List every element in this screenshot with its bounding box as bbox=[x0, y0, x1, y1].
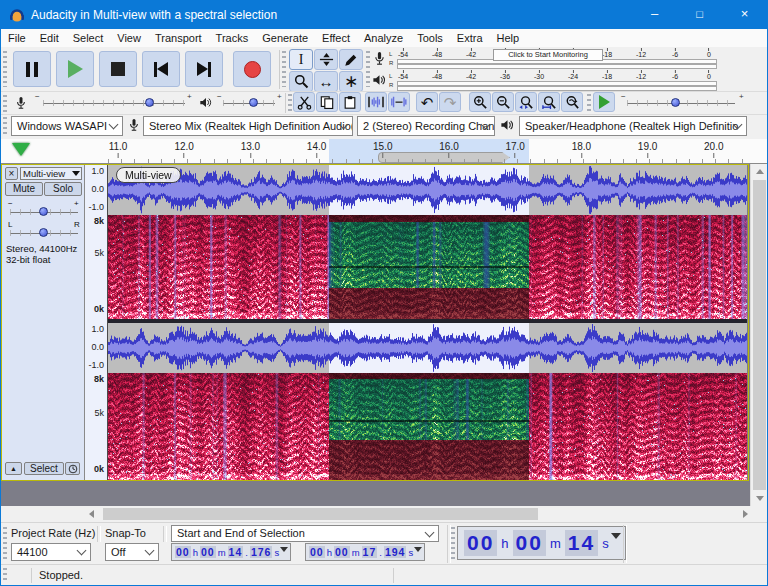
tools-toolbar-grip[interactable] bbox=[282, 51, 286, 87]
track-name-badge[interactable]: Multi-view bbox=[116, 167, 181, 183]
audio-host-select[interactable]: Windows WASAPI bbox=[11, 116, 123, 136]
spectrogram-left-channel[interactable] bbox=[108, 215, 747, 319]
scroll-left-arrow-icon[interactable] bbox=[89, 510, 94, 518]
zoom-in-button[interactable] bbox=[469, 92, 491, 112]
maximize-button[interactable]: □ bbox=[677, 1, 722, 29]
play-button[interactable] bbox=[56, 51, 94, 87]
silence-audio-button[interactable] bbox=[388, 92, 410, 112]
time-digits[interactable]: 14 bbox=[565, 530, 598, 556]
time-digits[interactable]: 17 bbox=[362, 546, 378, 558]
transport-toolbar-grip[interactable] bbox=[3, 51, 7, 87]
sync-lock-clock-button[interactable] bbox=[65, 462, 80, 475]
mixer-toolbar-grip[interactable] bbox=[3, 95, 7, 113]
playback-volume-thumb[interactable] bbox=[249, 98, 258, 107]
title-bar[interactable]: Audacity in Multi-view with a spectral s… bbox=[1, 1, 767, 29]
selection-end-time-field[interactable]: 00h00m17.194s bbox=[305, 543, 425, 561]
waveform-right-channel[interactable] bbox=[108, 323, 747, 373]
horizontal-scroll-thumb[interactable] bbox=[103, 508, 538, 520]
recording-meter[interactable]: L R -54-48-42-36-30-24-18-12-60 Click to… bbox=[371, 48, 747, 69]
vertical-scrollbar[interactable] bbox=[750, 164, 768, 506]
gain-thumb[interactable] bbox=[39, 207, 48, 216]
record-volume-slider[interactable] bbox=[43, 98, 185, 108]
zoom-out-button[interactable] bbox=[492, 92, 514, 112]
collapse-track-button[interactable]: ▲ bbox=[5, 462, 22, 475]
fit-project-button[interactable] bbox=[538, 92, 560, 112]
time-digits[interactable]: 194 bbox=[384, 546, 407, 558]
record-volume-thumb[interactable] bbox=[145, 98, 154, 107]
time-shift-tool-button[interactable]: ↔ bbox=[314, 71, 338, 92]
menu-view[interactable]: View bbox=[110, 29, 148, 47]
vertical-scale-ruler[interactable]: 1.0 0.0 -1.0 8k 5k 0k 1.0 0.0 -1.0 8k 5k… bbox=[85, 165, 108, 480]
timeline-scale[interactable]: 11.012.013.014.015.016.017.018.019.020.0 bbox=[108, 139, 747, 163]
redo-button[interactable]: ↷ bbox=[439, 92, 461, 112]
time-digits[interactable]: 00 bbox=[200, 546, 216, 558]
play-speed-slider[interactable] bbox=[627, 98, 735, 108]
meter-toolbar-grip[interactable] bbox=[366, 51, 370, 87]
zoom-toggle-button[interactable] bbox=[561, 92, 583, 112]
menu-analyze[interactable]: Analyze bbox=[357, 29, 410, 47]
menu-tools[interactable]: Tools bbox=[410, 29, 450, 47]
play-at-speed-button[interactable] bbox=[593, 92, 615, 112]
playback-meter[interactable]: L R -54-48-42-36-30-24-18-12-60 bbox=[371, 70, 747, 91]
track-close-button[interactable]: × bbox=[5, 167, 18, 180]
selection-start-time-field[interactable]: 00h00m14.176s bbox=[171, 543, 291, 561]
time-digits[interactable]: 00 bbox=[334, 546, 350, 558]
menu-select[interactable]: Select bbox=[66, 29, 111, 47]
menu-effect[interactable]: Effect bbox=[315, 29, 357, 47]
horizontal-scrollbar[interactable] bbox=[1, 506, 767, 522]
menu-transport[interactable]: Transport bbox=[148, 29, 209, 47]
snap-to-select[interactable]: Off bbox=[105, 543, 159, 561]
waveform-left-channel[interactable] bbox=[108, 165, 747, 215]
copy-button[interactable] bbox=[316, 92, 338, 112]
fit-selection-button[interactable] bbox=[515, 92, 537, 112]
selection-mode-select[interactable]: Start and End of Selection bbox=[171, 525, 439, 542]
time-digits[interactable]: 00 bbox=[175, 546, 191, 558]
menu-file[interactable]: File bbox=[1, 29, 33, 47]
time-toolbar-grip[interactable] bbox=[451, 527, 455, 561]
spectrogram-right-channel[interactable] bbox=[108, 373, 747, 480]
track-select-button[interactable]: Select bbox=[24, 462, 64, 475]
skip-to-start-button[interactable] bbox=[142, 51, 180, 87]
record-button[interactable] bbox=[233, 51, 271, 87]
selection-toolbar-grip[interactable] bbox=[3, 527, 7, 561]
paste-button[interactable] bbox=[339, 92, 361, 112]
mute-button[interactable]: Mute bbox=[5, 182, 43, 196]
time-digits[interactable]: 00 bbox=[309, 546, 325, 558]
menu-help[interactable]: Help bbox=[490, 29, 527, 47]
time-digits[interactable]: 00 bbox=[513, 530, 546, 556]
pan-slider[interactable] bbox=[10, 228, 78, 238]
pause-button[interactable] bbox=[13, 51, 51, 87]
trim-audio-button[interactable] bbox=[365, 92, 387, 112]
zoom-tool-button[interactable] bbox=[289, 71, 313, 92]
menu-extra[interactable]: Extra bbox=[450, 29, 490, 47]
play-speed-thumb[interactable] bbox=[671, 98, 680, 107]
vertical-scroll-thumb[interactable] bbox=[753, 180, 766, 490]
scroll-down-arrow-icon[interactable] bbox=[756, 496, 764, 501]
scroll-up-arrow-icon[interactable] bbox=[756, 169, 764, 174]
project-rate-select[interactable]: 44100 bbox=[11, 543, 91, 561]
device-toolbar-grip[interactable] bbox=[3, 117, 7, 136]
playback-device-select[interactable]: Speaker/Headphone (Realtek High Definiti… bbox=[519, 116, 747, 136]
cut-button[interactable] bbox=[293, 92, 315, 112]
scroll-right-arrow-icon[interactable] bbox=[743, 510, 748, 518]
envelope-tool-button[interactable] bbox=[314, 49, 338, 70]
timeline-ruler[interactable]: 11.012.013.014.015.016.017.018.019.020.0 bbox=[1, 139, 767, 164]
draw-tool-button[interactable] bbox=[339, 49, 363, 70]
menu-tracks[interactable]: Tracks bbox=[209, 29, 256, 47]
multi-tool-button[interactable]: ∗ bbox=[339, 71, 363, 92]
playback-volume-slider[interactable] bbox=[223, 98, 275, 108]
stop-button[interactable] bbox=[99, 51, 137, 87]
monitor-prompt[interactable]: Click to Start Monitoring bbox=[493, 49, 603, 61]
track-view-mode-select[interactable]: Multi-view bbox=[20, 167, 82, 180]
recording-channels-select[interactable]: 2 (Stereo) Recording Chann bbox=[357, 116, 495, 136]
selection-tool-button[interactable]: I bbox=[289, 49, 313, 70]
undo-button[interactable]: ↶ bbox=[416, 92, 438, 112]
skip-to-end-button[interactable] bbox=[185, 51, 223, 87]
play-at-speed-toolbar-grip[interactable] bbox=[587, 94, 591, 113]
gain-slider[interactable] bbox=[10, 207, 78, 217]
play-position-pin-icon[interactable] bbox=[12, 143, 30, 156]
solo-button[interactable]: Solo bbox=[44, 182, 82, 196]
menu-edit[interactable]: Edit bbox=[33, 29, 66, 47]
time-digits[interactable]: 14 bbox=[228, 546, 244, 558]
pan-thumb[interactable] bbox=[39, 228, 48, 237]
